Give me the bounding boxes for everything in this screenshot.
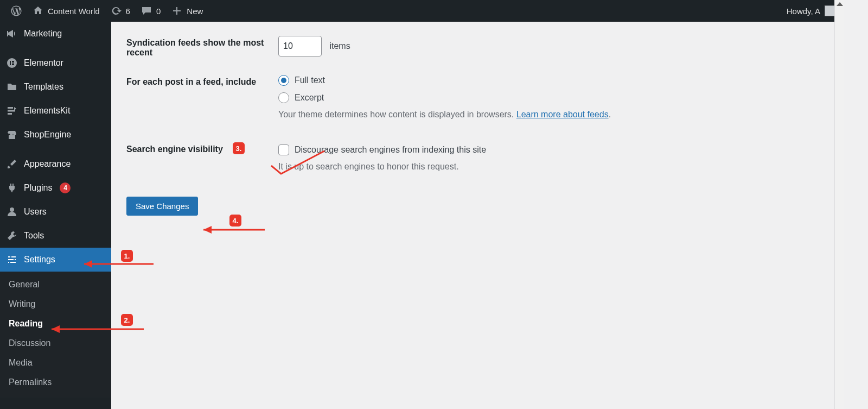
sidebar-item-label: Users bbox=[24, 207, 47, 217]
submenu-label: Discussion bbox=[9, 338, 50, 348]
svg-rect-3 bbox=[12, 62, 14, 64]
updates-link[interactable]: 6 bbox=[105, 0, 136, 22]
new-content-link[interactable]: New bbox=[166, 0, 208, 22]
update-icon bbox=[111, 5, 122, 16]
sidebar-item-label: Plugins bbox=[24, 183, 52, 193]
settings-content: Syndication feeds show the most recent i… bbox=[111, 22, 844, 409]
submenu-label: Permalinks bbox=[9, 377, 52, 387]
comment-icon bbox=[141, 5, 152, 16]
admin-bar: Content World 6 0 New Howdy, A bbox=[0, 0, 844, 22]
sidebar-item-users[interactable]: Users bbox=[0, 200, 111, 224]
sidebar-item-tools[interactable]: Tools bbox=[0, 224, 111, 248]
wordpress-icon bbox=[11, 5, 22, 16]
syndication-label: Syndication feeds show the most recent bbox=[126, 28, 278, 67]
svg-rect-5 bbox=[8, 107, 13, 109]
sidebar-item-label: Marketing bbox=[24, 29, 62, 39]
submenu-item-writing[interactable]: Writing bbox=[0, 294, 111, 314]
sidebar-item-label: Appearance bbox=[24, 159, 71, 169]
submenu-label: Writing bbox=[9, 299, 36, 309]
save-button[interactable]: Save Changes bbox=[126, 197, 198, 216]
sev-checkbox[interactable] bbox=[278, 144, 289, 155]
plus-icon bbox=[171, 5, 182, 16]
sidebar-item-label: ShopEngine bbox=[24, 130, 71, 140]
svg-rect-2 bbox=[12, 61, 14, 62]
shop-icon bbox=[7, 129, 17, 140]
feed-include-label: For each post in a feed, include bbox=[126, 67, 278, 129]
sidebar-item-elementor[interactable]: Elementor bbox=[0, 51, 111, 75]
feed-desc-text: Your theme determines how content is dis… bbox=[278, 110, 516, 119]
sev-desc: It is up to search engines to honor this… bbox=[278, 162, 829, 172]
updates-count: 6 bbox=[126, 7, 130, 16]
comments-link[interactable]: 0 bbox=[136, 0, 166, 22]
page-scrollbar[interactable] bbox=[834, 0, 844, 409]
sidebar-item-plugins[interactable]: Plugins 4 bbox=[0, 176, 111, 200]
svg-rect-1 bbox=[10, 61, 11, 65]
brush-icon bbox=[7, 159, 17, 169]
svg-rect-7 bbox=[8, 113, 12, 115]
save-button-label: Save Changes bbox=[136, 202, 189, 211]
submenu-item-reading[interactable]: Reading bbox=[0, 314, 111, 334]
howdy-account[interactable]: Howdy, A bbox=[787, 5, 839, 16]
learn-more-feeds-link[interactable]: Learn more about feeds bbox=[516, 110, 609, 119]
syndication-suffix: items bbox=[329, 41, 350, 51]
user-icon bbox=[7, 206, 17, 217]
submenu-label: General bbox=[9, 280, 40, 289]
sidebar-item-label: Templates bbox=[24, 82, 63, 92]
howdy-text: Howdy, A bbox=[787, 7, 820, 16]
sliders-icon bbox=[7, 254, 17, 265]
sev-checkbox-label: Discourage search engines from indexing … bbox=[295, 145, 486, 155]
comments-count: 0 bbox=[156, 7, 161, 16]
sidebar-item-label: Tools bbox=[24, 231, 44, 241]
plugin-icon bbox=[7, 183, 17, 193]
new-label: New bbox=[187, 7, 203, 16]
plugins-update-badge: 4 bbox=[60, 183, 71, 193]
sidebar-item-label: ElementsKit bbox=[24, 106, 70, 116]
syndication-input[interactable] bbox=[278, 36, 322, 56]
submenu-label: Reading bbox=[9, 319, 43, 328]
site-name-text: Content World bbox=[48, 7, 100, 16]
sidebar-item-label: Settings bbox=[24, 255, 55, 265]
svg-rect-6 bbox=[8, 110, 15, 112]
sidebar-item-shopengine[interactable]: ShopEngine bbox=[0, 123, 111, 147]
svg-point-8 bbox=[10, 207, 14, 212]
feed-fulltext-radio[interactable] bbox=[278, 75, 289, 86]
submenu-label: Media bbox=[9, 358, 33, 367]
folder-icon bbox=[7, 81, 17, 92]
sidebar-item-elementskit[interactable]: ElementsKit bbox=[0, 99, 111, 123]
submenu-item-media[interactable]: Media bbox=[0, 353, 111, 373]
elementor-icon bbox=[7, 58, 17, 68]
sev-label: Search engine visibility bbox=[126, 129, 278, 181]
submenu-item-discussion[interactable]: Discussion bbox=[0, 334, 111, 353]
feed-excerpt-radio[interactable] bbox=[278, 92, 289, 103]
wrench-icon bbox=[7, 230, 17, 241]
sidebar-item-templates[interactable]: Templates bbox=[0, 75, 111, 99]
submenu-item-permalinks[interactable]: Permalinks bbox=[0, 373, 111, 392]
submenu-item-general[interactable]: General bbox=[0, 275, 111, 294]
link-text: Learn more about feeds bbox=[516, 110, 609, 119]
feed-fulltext-label: Full text bbox=[295, 75, 325, 85]
sidebar-item-settings[interactable]: Settings bbox=[0, 248, 111, 272]
sidebar-item-marketing[interactable]: Marketing bbox=[0, 22, 111, 46]
wp-logo[interactable] bbox=[5, 0, 27, 22]
svg-rect-4 bbox=[12, 64, 14, 65]
admin-menu: Marketing Elementor Templates ElementsKi… bbox=[0, 22, 111, 409]
settings-submenu: General Writing Reading Discussion Media… bbox=[0, 272, 111, 398]
avatar bbox=[825, 5, 835, 16]
feed-excerpt-label: Excerpt bbox=[295, 93, 324, 103]
site-name-link[interactable]: Content World bbox=[27, 0, 105, 22]
home-icon bbox=[33, 5, 43, 16]
elementskit-icon bbox=[7, 105, 17, 116]
megaphone-icon bbox=[7, 28, 17, 39]
sidebar-item-appearance[interactable]: Appearance bbox=[0, 152, 111, 176]
sidebar-item-label: Elementor bbox=[24, 58, 63, 68]
